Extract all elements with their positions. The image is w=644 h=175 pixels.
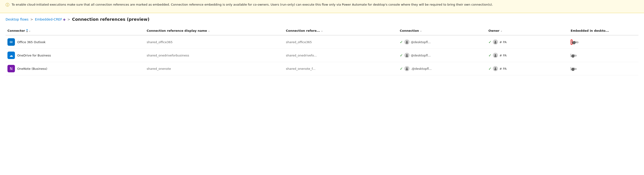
col-header-connector[interactable]: Connector ▲ ▼ ⌄ xyxy=(6,26,145,35)
sort-down-icon: ▼ xyxy=(26,31,28,33)
toggle-track-0 xyxy=(572,40,572,44)
connector-name-2: OneNote (Business) xyxy=(17,67,47,70)
diamond-icon: ◆ xyxy=(63,18,66,21)
toggle-thumb-1 xyxy=(571,54,574,58)
toggle-thumb-0 xyxy=(572,41,576,44)
svg-point-4 xyxy=(406,54,408,56)
avatar-0 xyxy=(404,40,410,45)
owner-cell-2: ✓ # PA xyxy=(486,62,569,75)
breadcrumb-flow-label: Embedded-CREF xyxy=(35,18,62,21)
ref-display-name-cell-0: shared_office365 xyxy=(145,35,284,49)
svg-point-3 xyxy=(494,42,496,44)
connector-icon-2: N xyxy=(8,65,15,72)
svg-point-5 xyxy=(406,56,408,57)
ref-display-name-0: shared_office365 xyxy=(147,40,172,44)
owner-label-0: # PA xyxy=(499,40,506,44)
connector-icon-1: ☁ xyxy=(8,52,15,59)
owner-label-2: # PA xyxy=(499,67,506,70)
table-header: Connector ▲ ▼ ⌄ Connection reference dis… xyxy=(6,26,638,35)
toggle-highlight-0 xyxy=(571,40,572,45)
connector-cell-0: ✉ Office 365 Outlook xyxy=(6,35,145,49)
owner-avatar-0 xyxy=(493,40,498,45)
owner-check-icon-1: ✓ xyxy=(488,53,492,58)
owner-cell-0: ✓ # PA xyxy=(486,35,569,49)
ref-display-name-1: shared_onedriveforbusiness xyxy=(147,54,189,57)
connection-label-0: @desktopfl... xyxy=(411,40,431,44)
connection-cell-0: ✓ @desktopfl... xyxy=(398,35,486,49)
svg-point-7 xyxy=(494,56,496,57)
col-header-refname[interactable]: Connection reference display name ⌄ xyxy=(145,26,284,35)
ref-value-cell-0: shared_office365 xyxy=(284,35,398,49)
filter-refval-icon[interactable]: ⌄ xyxy=(321,29,323,32)
connection-cell-1: ✓ @desktopfl... xyxy=(398,49,486,62)
filter-refname-icon[interactable]: ⌄ xyxy=(208,29,210,32)
svg-point-0 xyxy=(406,41,408,42)
breadcrumb-sep-2: > xyxy=(68,18,70,21)
embedded-cell-1: No xyxy=(569,49,638,62)
connections-table: Connector ▲ ▼ ⌄ Connection reference dis… xyxy=(6,26,638,75)
svg-point-1 xyxy=(406,42,408,44)
connection-cell-2: ✓ .@desktopfl... xyxy=(398,62,486,75)
ref-display-name-cell-2: shared_onenote xyxy=(145,62,284,75)
owner-cell-1: ✓ # PA xyxy=(486,49,569,62)
connector-cell-1: ☁ OneDrive for Business xyxy=(6,49,145,62)
svg-point-11 xyxy=(494,69,496,70)
connector-name-0: Office 365 Outlook xyxy=(17,40,46,44)
connector-cell-2: N OneNote (Business) xyxy=(6,62,145,75)
avatar-1 xyxy=(404,53,410,58)
owner-avatar-1 xyxy=(493,53,498,58)
ref-value-1: shared_onedrivefo... xyxy=(286,54,317,57)
table-body: ✉ Office 365 Outlook shared_office365sha… xyxy=(6,35,638,75)
table-container: Connector ▲ ▼ ⌄ Connection reference dis… xyxy=(0,24,644,75)
ref-value-cell-2: shared_onenote_f... xyxy=(284,62,398,75)
ref-display-name-2: shared_onenote xyxy=(147,67,171,70)
ref-value-cell-1: shared_onedrivefo... xyxy=(284,49,398,62)
svg-point-8 xyxy=(406,67,408,69)
ref-value-0: shared_office365 xyxy=(286,40,312,44)
check-icon-1: ✓ xyxy=(400,53,403,58)
avatar-2 xyxy=(404,66,410,71)
toggle-thumb-2 xyxy=(571,68,574,71)
warning-text: To enable cloud-initiated executions mak… xyxy=(12,2,493,7)
filter-connection-icon[interactable]: ⌄ xyxy=(420,29,422,32)
owner-label-1: # PA xyxy=(499,54,506,57)
table-row: ☁ OneDrive for Business shared_onedrivef… xyxy=(6,49,638,62)
breadcrumb-sep-1: > xyxy=(30,18,33,21)
ref-display-name-cell-1: shared_onedriveforbusiness xyxy=(145,49,284,62)
connector-name-1: OneDrive for Business xyxy=(17,54,51,57)
sort-up-icon: ▲ xyxy=(26,29,28,31)
connection-label-1: @desktopfl... xyxy=(411,54,431,57)
svg-point-9 xyxy=(406,69,408,70)
owner-avatar-2 xyxy=(493,66,498,71)
toggle-track-1 xyxy=(571,54,571,57)
col-header-embedded: Embedded in deskto... xyxy=(569,26,638,35)
check-icon-2: ✓ xyxy=(400,67,403,71)
table-row: N OneNote (Business) shared_onenoteshare… xyxy=(6,62,638,75)
breadcrumb-flow-name[interactable]: Embedded-CREF ◆ xyxy=(35,18,66,21)
embedded-cell-0: No xyxy=(569,35,638,49)
warning-banner: ⓘ To enable cloud-initiated executions m… xyxy=(0,0,644,13)
col-header-connection[interactable]: Connection ⌄ xyxy=(398,26,486,35)
owner-check-icon-2: ✓ xyxy=(488,67,492,71)
col-header-refval[interactable]: Connection refere... ⌄ xyxy=(284,26,398,35)
info-icon: ⓘ xyxy=(6,3,9,8)
connector-icon-0: ✉ xyxy=(8,38,15,46)
breadcrumb: Desktop flows > Embedded-CREF ◆ > Connec… xyxy=(0,13,644,24)
header-row: Connector ▲ ▼ ⌄ Connection reference dis… xyxy=(6,26,638,35)
sort-connector[interactable]: ▲ ▼ xyxy=(26,29,28,33)
page-title: Connection references (preview) xyxy=(72,17,149,22)
check-icon-0: ✓ xyxy=(400,40,403,44)
ref-value-2: shared_onenote_f... xyxy=(286,67,315,70)
filter-owner-icon[interactable]: ⌄ xyxy=(500,29,502,32)
breadcrumb-desktop-flows[interactable]: Desktop flows xyxy=(6,18,28,21)
svg-point-6 xyxy=(495,54,496,56)
filter-connector-icon[interactable]: ⌄ xyxy=(29,29,30,32)
toggle-track-2 xyxy=(571,67,571,70)
embedded-cell-2: No xyxy=(569,62,638,75)
svg-point-2 xyxy=(495,41,496,42)
col-header-owner[interactable]: Owner ⌄ xyxy=(486,26,569,35)
table-row: ✉ Office 365 Outlook shared_office365sha… xyxy=(6,35,638,49)
svg-point-10 xyxy=(495,67,496,69)
owner-check-icon-0: ✓ xyxy=(488,40,492,44)
connection-label-2: .@desktopfl... xyxy=(411,67,432,70)
